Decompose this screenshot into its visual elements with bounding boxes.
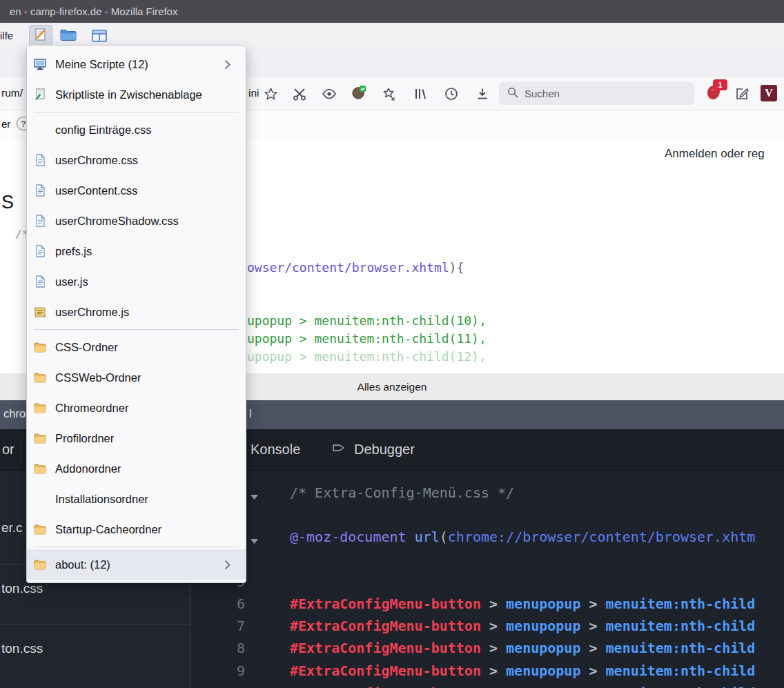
menu-item-usercontent-css[interactable]: userContent.css	[27, 175, 246, 206]
compose-icon[interactable]	[734, 86, 749, 101]
folder-icon	[32, 370, 48, 385]
extension-button-badged[interactable]: 1	[705, 84, 722, 101]
show-all-label: Alles anzeigen	[357, 381, 427, 393]
script-file-icon	[32, 304, 48, 320]
history-clock-icon[interactable]	[444, 86, 459, 101]
clipboard-arrow-icon	[32, 87, 48, 102]
search-icon	[507, 87, 518, 101]
tab-console-label: Konsole	[251, 442, 300, 458]
line-number: 6	[191, 593, 245, 615]
file-icon	[32, 153, 48, 168]
menu-item-label: userChrome.css	[55, 154, 237, 167]
extension-icon-1[interactable]	[292, 86, 307, 101]
table-grid-button[interactable]	[91, 29, 108, 46]
stylesheet-item[interactable]: er.c	[1, 520, 23, 535]
tab-debugger[interactable]: Debugger	[331, 440, 415, 459]
menu-separator	[34, 547, 239, 547]
menu-item-userchrome-css[interactable]: userChrome.css	[27, 145, 246, 175]
menu-item-label: CSSWeb-Ordner	[55, 371, 237, 384]
script-page-icon	[33, 27, 48, 45]
blue-folder-icon	[59, 28, 77, 46]
menu-item-config-eintr-ge-css[interactable]: config Einträge.css	[27, 115, 246, 145]
menu-item-label: about: (12)	[55, 558, 224, 571]
menu-item-prefs-js[interactable]: prefs.js	[27, 236, 246, 266]
menu-item-label: Chromeordner	[55, 402, 237, 415]
menu-item-skriptliste-in-zwischenablage[interactable]: Skriptliste in Zwischenablage	[27, 79, 246, 110]
menu-item-installationsordner[interactable]: Installationsordner	[27, 484, 246, 514]
library-icon[interactable]	[413, 86, 428, 101]
page-code-green: upopup > menuitem:nth-child(10),upopup >…	[247, 312, 487, 366]
search-field[interactable]: Suchen	[499, 82, 694, 105]
v-logo-letter: V	[765, 87, 773, 99]
line-number: 9	[191, 660, 245, 682]
tab-inspector-fragment[interactable]: or	[2, 442, 14, 458]
folder-icon	[32, 522, 48, 537]
profile-folder-button[interactable]	[59, 28, 77, 46]
download-icon[interactable]	[475, 86, 490, 101]
code-fragment-purple: owser/content/browser.xhtml){	[247, 260, 464, 275]
menu-item-cssweb-ordner[interactable]: CSSWeb-Ordner	[27, 362, 246, 393]
extension-icon-4[interactable]	[381, 86, 396, 101]
menu-item-addonordner[interactable]: Addonordner	[27, 453, 246, 484]
code-fragment-green: upopup > menuitem:nth-child(12),	[247, 348, 487, 366]
menu-item-label: Skriptliste in Zwischenablage	[55, 88, 237, 101]
code-line: #ExtraConfigMenu-button > menupopup > me…	[290, 593, 755, 615]
userchromejs-script-button[interactable]	[29, 25, 52, 46]
code-fragment-green: upopup > menuitem:nth-child(11),	[247, 330, 487, 348]
window-titlebar[interactable]: en - camp-firefox.de - Mozilla Firefox	[0, 0, 784, 23]
monitor-icon	[32, 57, 48, 72]
urlbar-text-fragment-right[interactable]: ini	[248, 87, 259, 99]
menu-item-userchrome-js[interactable]: userChrome.js	[27, 297, 246, 327]
menu-separator	[34, 329, 239, 330]
bookmark-label-fragment[interactable]: er	[1, 118, 10, 130]
code-purple-main: owser/content/browser.xhtml	[247, 260, 449, 275]
code-line: #ExtraConfigMenu-button > menupopup > me…	[290, 682, 755, 688]
bookmark-star-icon[interactable]	[263, 86, 278, 101]
menu-item-css-ordner[interactable]: CSS-Ordner	[27, 332, 246, 362]
menu-item-label: userChrome.js	[55, 306, 237, 319]
menu-separator	[34, 112, 239, 112]
menu-item-label: Addonordner	[55, 462, 237, 475]
menu-item-chromeordner[interactable]: Chromeordner	[27, 393, 246, 423]
extension-icon-avatar-check[interactable]	[351, 85, 366, 100]
folder-icon	[32, 431, 48, 446]
code-line: /* Extra-Config-Menü.css */	[290, 482, 514, 504]
menu-item-label: userContent.css	[55, 184, 237, 197]
tab-separator	[21, 438, 21, 462]
signin-link[interactable]: Anmelden oder reg	[665, 147, 765, 161]
file-icon	[32, 274, 48, 289]
line-number: 10	[191, 682, 245, 688]
file-icon	[32, 183, 48, 198]
userchromejs-menu: Meine Scripte (12)Skriptliste in Zwische…	[26, 45, 246, 583]
menu-item-label: config Einträge.css	[55, 124, 237, 137]
menu-item-label: user.js	[55, 275, 237, 288]
stylesheet-item[interactable]: ton.css	[1, 581, 43, 596]
no-icon	[32, 122, 48, 137]
v-extension-button[interactable]: V	[761, 85, 777, 101]
menu-item-userchromeshadow-css[interactable]: userChromeShadow.css	[27, 206, 246, 236]
menu-item-about-12[interactable]: about: (12)	[27, 549, 246, 580]
devtools-title-fragment-right: l	[249, 407, 252, 420]
extension-icon-2[interactable]	[322, 86, 337, 101]
styleeditor-source: 1/* Extra-Config-Menü.css */23@-moz-docu…	[191, 471, 784, 688]
code-line: #ExtraConfigMenu-button > menupopup > me…	[290, 615, 755, 637]
menu-item-meine-scripte-12[interactable]: Meine Scripte (12)	[27, 49, 246, 79]
menu-item-profilordner[interactable]: Profilordner	[27, 423, 246, 453]
menu-item-startup-cacheordner[interactable]: Startup-Cacheordner	[27, 514, 246, 544]
fold-arrow-icon[interactable]	[251, 490, 259, 495]
urlbar-text-fragment-left[interactable]: rum/	[1, 87, 23, 99]
file-icon	[32, 213, 48, 228]
page-heading-fragment: S	[1, 192, 14, 213]
menu-item-label: prefs.js	[55, 245, 237, 258]
help-menu-fragment[interactable]: ilfe	[0, 30, 13, 41]
grid-icon	[91, 29, 108, 46]
menu-item-label: Profilordner	[55, 432, 237, 445]
stylesheet-item[interactable]: ton.css	[1, 641, 43, 656]
firefox-window: en - camp-firefox.de - Mozilla Firefox i…	[0, 0, 784, 688]
sidebar-separator	[0, 625, 190, 625]
fold-arrow-icon[interactable]	[251, 534, 259, 540]
line-number: 7	[191, 615, 245, 637]
window-title: en - camp-firefox.de - Mozilla Firefox	[10, 6, 177, 17]
code-line: #ExtraConfigMenu-button > menupopup > me…	[290, 660, 755, 682]
menu-item-user-js[interactable]: user.js	[27, 266, 246, 297]
